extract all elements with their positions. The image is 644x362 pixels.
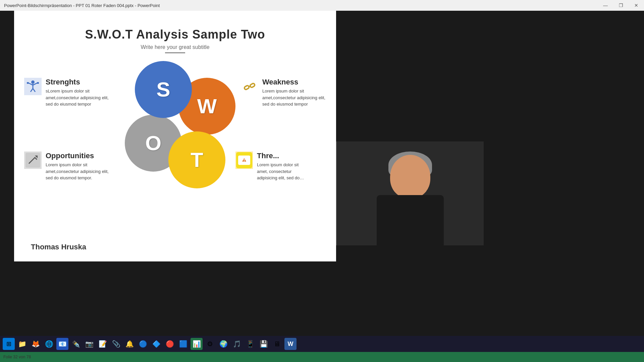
weakness-body: Lorem ipsum dolor sit amet,consectetur a…	[262, 88, 333, 108]
restore-button[interactable]: ❐	[613, 0, 629, 11]
weakness-text-block: Weakness Lorem ipsum dolor sit amet,cons…	[262, 78, 333, 108]
taskbar-notes[interactable]: 📝	[97, 338, 109, 350]
weakness-title: Weakness	[262, 78, 333, 86]
svg-rect-11	[250, 83, 255, 88]
taskbar-clip[interactable]: 📎	[110, 338, 122, 350]
slide-main-title: S.W.O.T Analysis Sample Two	[28, 27, 323, 42]
panel-opportunities: Opportunities Lorem ipsum dolor sit amet…	[24, 152, 116, 181]
panel-strengths: Strenghts sLorem ipsum dolor sit amet,co…	[24, 78, 116, 108]
taskbar-pen[interactable]: ✒️	[70, 338, 82, 350]
slide-content: S.W.O.T Analysis Sample Two Write here y…	[14, 11, 336, 261]
taskbar-firefox[interactable]: 🦊	[30, 338, 42, 350]
svg-line-4	[31, 88, 33, 92]
panel-weakness: Weakness Lorem ipsum dolor sit amet,cons…	[241, 78, 333, 108]
taskbar-photo[interactable]: 📷	[83, 338, 95, 350]
webcam-feed	[337, 141, 484, 245]
opportunities-body: Lorem ipsum dolor sit amet,consectetur a…	[46, 162, 116, 181]
svg-rect-16	[244, 161, 245, 162]
slide-container: S.W.O.T Analysis Sample Two Write here y…	[14, 11, 336, 261]
subtitle-underline	[165, 52, 185, 53]
person-head	[390, 155, 430, 198]
taskbar-outlook[interactable]: 📧	[56, 338, 68, 350]
taskbar-word[interactable]: W	[284, 338, 297, 350]
opportunity-icon	[24, 152, 42, 169]
taskbar-phone[interactable]: 📱	[244, 338, 256, 350]
opportunities-text-block: Opportunities Lorem ipsum dolor sit amet…	[46, 152, 116, 181]
taskbar-music[interactable]: 🎵	[231, 338, 243, 350]
titlebar: PowerPoint-Bildschirmpräsentation - PPT …	[0, 0, 644, 11]
slide-counter: Folie 32 von 78	[3, 355, 31, 359]
svg-point-0	[31, 80, 35, 84]
taskbar-red[interactable]: 🔴	[164, 338, 176, 350]
taskbar-globe[interactable]: 🌍	[217, 338, 229, 350]
taskbar-blue-circle[interactable]: 🔵	[137, 338, 149, 350]
circle-t: T	[168, 131, 225, 188]
close-button[interactable]: ✕	[629, 0, 644, 11]
titlebar-buttons: — ❐ ✕	[598, 0, 644, 11]
person-torso	[377, 195, 444, 245]
taskbar-square[interactable]: 🟦	[177, 338, 189, 350]
panel-threats: Thre... Lorem ipsum dolor sit amet, cons…	[235, 152, 336, 181]
taskbar-gear[interactable]: ⚙	[204, 338, 216, 350]
webcam-overlay	[336, 141, 484, 245]
circle-s: S	[135, 61, 192, 118]
strengths-text-block: Strenghts sLorem ipsum dolor sit amet,co…	[46, 78, 116, 108]
strength-icon	[24, 78, 42, 95]
taskbar-files[interactable]: 📁	[16, 338, 28, 350]
strengths-title: Strenghts	[46, 78, 116, 86]
taskbar-disk[interactable]: 💾	[258, 338, 270, 350]
svg-rect-10	[244, 85, 250, 90]
svg-rect-7	[37, 82, 39, 84]
taskbar-start-button[interactable]: ⊞	[3, 338, 15, 350]
weakness-icon	[241, 78, 258, 95]
right-sidebar	[336, 11, 644, 261]
venn-diagram: S W O T	[111, 61, 239, 202]
strengths-body: sLorem ipsum dolor sit amet,consectetur …	[46, 88, 116, 108]
taskbar-chrome[interactable]: 🌐	[43, 338, 55, 350]
slide-title-block: S.W.O.T Analysis Sample Two	[28, 27, 323, 42]
threats-body: Lorem ipsum dolor sit amet, consectetur …	[257, 162, 311, 181]
minimize-button[interactable]: —	[598, 0, 613, 11]
status-bar: Folie 32 von 78	[0, 352, 644, 362]
svg-line-5	[33, 88, 35, 92]
taskbar-bell[interactable]: 🔔	[123, 338, 136, 350]
left-sidebar	[0, 11, 14, 261]
svg-rect-15	[244, 159, 245, 161]
taskbar-chart[interactable]: 📊	[191, 338, 203, 350]
threats-text-block: Thre... Lorem ipsum dolor sit amet, cons…	[257, 152, 311, 181]
opportunities-title: Opportunities	[46, 152, 116, 160]
svg-rect-6	[27, 82, 29, 84]
taskbar-diamond[interactable]: 🔷	[150, 338, 162, 350]
threats-title: Thre...	[257, 152, 311, 160]
taskbar: ⊞ 📁 🦊 🌐 📧 ✒️ 📷 📝 📎 🔔 🔵 🔷 🔴 🟦 📊 ⚙ 🌍 🎵 📱 💾…	[0, 336, 644, 352]
threat-icon	[235, 152, 253, 169]
taskbar-monitor[interactable]: 🖥	[271, 338, 283, 350]
presenter-name: Thomas Hruska	[31, 243, 86, 251]
slide-subtitle: Write here your great subtitle	[28, 44, 323, 50]
titlebar-title: PowerPoint-Bildschirmpräsentation - PPT …	[4, 3, 160, 8]
